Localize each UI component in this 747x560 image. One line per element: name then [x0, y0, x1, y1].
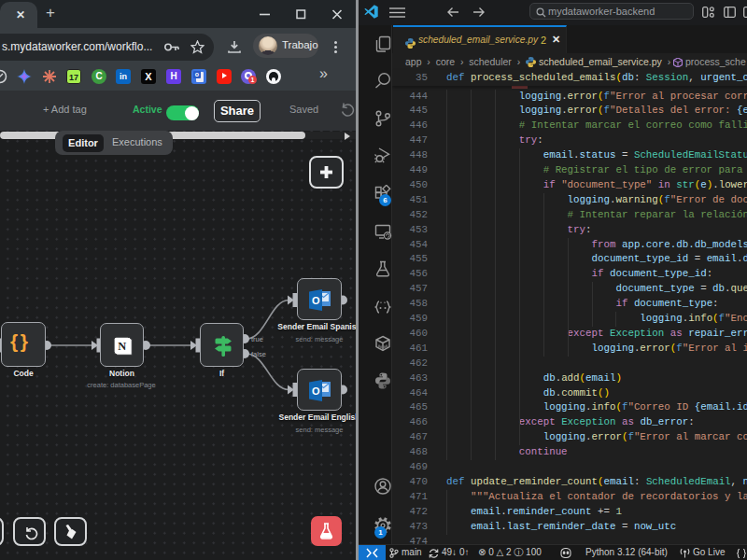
svg-text:true: true: [251, 335, 263, 343]
svg-text:O: O: [312, 295, 320, 306]
svg-text:N: N: [118, 340, 126, 353]
svg-text:false: false: [251, 350, 266, 358]
svg-text:O: O: [312, 385, 320, 397]
